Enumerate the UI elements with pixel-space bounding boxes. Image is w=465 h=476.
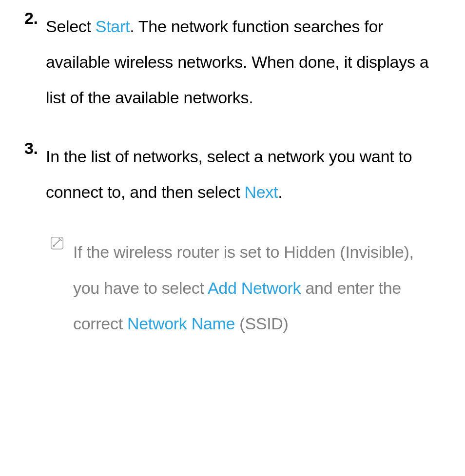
note-text-4: (SSID) [235, 314, 288, 333]
note-block: If the wireless router is set to Hidden … [24, 234, 441, 341]
step-3: 3. In the list of networks, select a net… [24, 139, 441, 210]
step-3-content: In the list of networks, select a networ… [46, 139, 441, 210]
step-2-highlight-start: Start [96, 17, 130, 36]
step-2-content: Select Start. The network function searc… [46, 9, 441, 115]
step-number-3: 3. [24, 139, 46, 210]
note-content: If the wireless router is set to Hidden … [73, 234, 441, 341]
step-2: 2. Select Start. The network function se… [24, 9, 441, 115]
svg-point-1 [53, 246, 55, 247]
step-2-text-0: Select [46, 17, 96, 36]
step-3-text-2: . [278, 183, 282, 201]
step-3-text-0: In the list of networks, select a networ… [46, 147, 412, 201]
step-number-2: 2. [24, 9, 46, 115]
step-3-highlight-next: Next [244, 183, 278, 201]
note-icon [50, 234, 73, 341]
note-highlight-add-network: Add Network [208, 279, 301, 297]
note-highlight-network-name: Network Name [127, 314, 235, 333]
